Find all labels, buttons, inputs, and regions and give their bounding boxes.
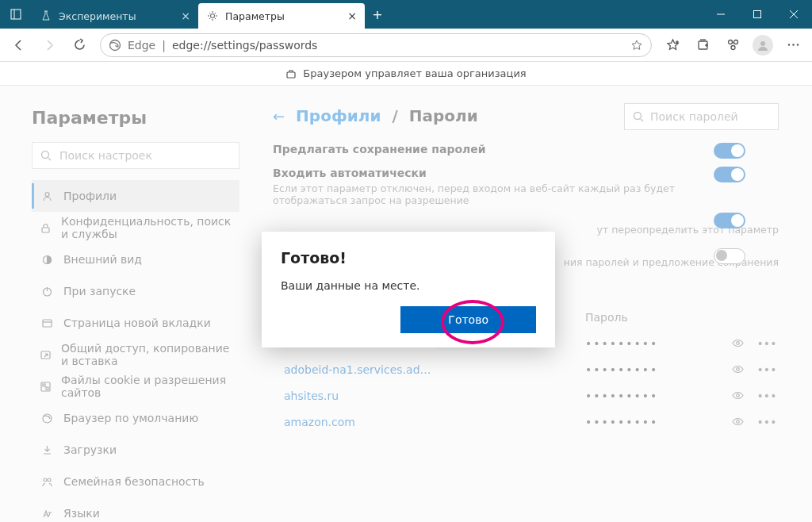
collections-button[interactable] xyxy=(688,31,717,59)
svg-point-15 xyxy=(733,40,737,44)
svg-point-20 xyxy=(792,44,794,45)
flask-icon xyxy=(40,10,52,22)
window-minimize-button[interactable] xyxy=(703,0,739,29)
edge-label: Edge xyxy=(128,39,155,52)
tab-experiments[interactable]: Эксперименты × xyxy=(32,3,198,29)
browser-toolbar: Edge | edge://settings/passwords xyxy=(0,29,812,62)
extensions-button[interactable] xyxy=(718,31,747,59)
refresh-button[interactable] xyxy=(65,31,94,59)
dialog-title: Готово! xyxy=(281,249,536,267)
svg-rect-0 xyxy=(11,10,21,19)
address-bar[interactable]: Edge | edge://settings/passwords xyxy=(100,33,652,57)
tab-label: Эксперименты xyxy=(59,10,136,22)
profile-button[interactable] xyxy=(749,31,777,59)
svg-point-7 xyxy=(110,40,121,50)
tab-label: Параметры xyxy=(225,10,285,22)
svg-point-19 xyxy=(787,44,789,45)
forward-button[interactable] xyxy=(35,31,63,59)
svg-rect-22 xyxy=(287,72,295,78)
gear-icon xyxy=(206,10,219,22)
star-icon[interactable] xyxy=(630,39,643,52)
managed-info-bar: Браузером управляет ваша организация xyxy=(0,62,812,86)
close-icon[interactable]: × xyxy=(181,10,190,22)
edge-icon xyxy=(109,39,121,52)
done-button[interactable]: Готово xyxy=(400,306,536,333)
close-icon[interactable]: × xyxy=(347,10,357,22)
url-text: edge://settings/passwords xyxy=(172,39,317,52)
window-titlebar: Эксперименты × Параметры × + xyxy=(0,0,812,29)
svg-point-2 xyxy=(211,14,215,18)
svg-point-14 xyxy=(728,40,732,44)
done-dialog: Готово! Ваши данные на месте. Готово xyxy=(262,232,555,347)
favorites-button[interactable] xyxy=(658,31,687,59)
menu-button[interactable] xyxy=(779,31,807,59)
app-menu-icon[interactable] xyxy=(0,9,32,20)
dialog-body: Ваши данные на месте. xyxy=(281,279,536,292)
svg-point-18 xyxy=(760,41,765,46)
managed-text: Браузером управляет ваша организация xyxy=(303,67,526,79)
svg-rect-4 xyxy=(754,11,761,18)
svg-point-16 xyxy=(731,46,735,50)
new-tab-button[interactable]: + xyxy=(365,7,390,22)
window-close-button[interactable] xyxy=(776,0,812,29)
window-maximize-button[interactable] xyxy=(739,0,776,29)
tab-settings[interactable]: Параметры × xyxy=(198,3,365,29)
briefcase-icon xyxy=(285,68,297,79)
back-button[interactable] xyxy=(5,31,33,59)
svg-point-21 xyxy=(796,44,798,45)
